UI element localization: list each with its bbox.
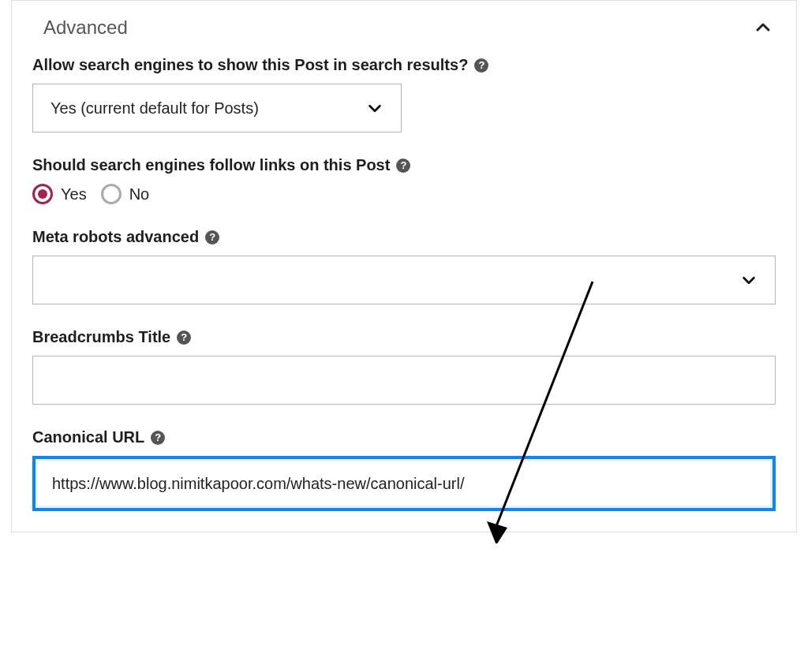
canonical-url-input[interactable] <box>38 461 770 506</box>
canonical-focus-ring <box>32 456 776 511</box>
allow-search-group: Allow search engines to show this Post i… <box>32 56 776 133</box>
canonical-group: Canonical URL ? <box>32 428 776 511</box>
help-icon[interactable]: ? <box>474 58 488 73</box>
help-icon[interactable]: ? <box>205 230 219 245</box>
radio-no[interactable] <box>101 184 122 204</box>
meta-robots-select[interactable] <box>32 256 776 304</box>
radio-yes-label: Yes <box>61 185 87 203</box>
chevron-down-icon <box>740 271 758 289</box>
allow-search-select[interactable]: Yes (current default for Posts) <box>32 84 402 133</box>
panel-content: Allow search engines to show this Post i… <box>12 48 796 532</box>
help-icon[interactable]: ? <box>396 159 410 173</box>
breadcrumbs-input[interactable] <box>32 356 776 405</box>
help-icon[interactable]: ? <box>177 330 191 345</box>
breadcrumbs-group: Breadcrumbs Title ? <box>32 328 776 405</box>
follow-yes-option[interactable]: Yes <box>32 184 87 204</box>
advanced-panel: Advanced Allow search engines to show th… <box>11 1 797 532</box>
follow-no-option[interactable]: No <box>101 184 150 204</box>
follow-links-group: Should search engines follow links on th… <box>32 156 776 204</box>
allow-search-value: Yes (current default for Posts) <box>50 99 259 118</box>
radio-no-label: No <box>129 185 150 203</box>
radio-yes[interactable] <box>32 184 53 204</box>
breadcrumbs-label: Breadcrumbs Title <box>32 328 170 346</box>
meta-robots-group: Meta robots advanced ? <box>32 228 776 304</box>
follow-links-radios: Yes No <box>32 184 776 204</box>
allow-search-label: Allow search engines to show this Post i… <box>32 56 468 74</box>
follow-links-label: Should search engines follow links on th… <box>32 156 390 174</box>
section-title: Advanced <box>43 17 128 39</box>
chevron-up-icon <box>754 18 772 37</box>
chevron-down-icon <box>366 99 383 117</box>
meta-robots-label: Meta robots advanced <box>32 228 199 246</box>
help-icon[interactable]: ? <box>151 431 165 445</box>
section-header[interactable]: Advanced <box>12 1 796 48</box>
canonical-label: Canonical URL <box>32 428 144 446</box>
